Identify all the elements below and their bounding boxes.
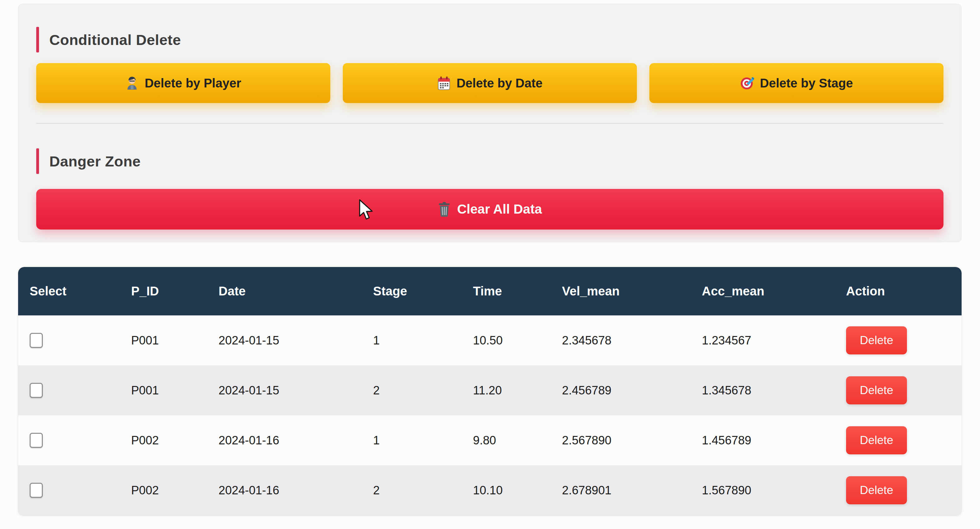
calendar-icon [437,76,451,90]
cell-time: 10.50 [461,334,550,347]
row-select-checkbox[interactable] [30,433,43,448]
col-header-action: Action [835,284,962,298]
row-select-checkbox[interactable] [30,383,43,398]
cell-p-id: P002 [119,484,207,497]
col-header-p-id: P_ID [119,284,207,298]
row-select-checkbox[interactable] [30,333,43,348]
delete-by-stage-button[interactable]: Delete by Stage [649,63,943,103]
cell-vel-mean: 2.456789 [550,384,690,397]
trash-icon [438,202,451,217]
clear-all-data-label: Clear All Data [457,202,542,217]
cell-stage: 1 [361,334,461,347]
col-header-stage: Stage [361,284,461,298]
delete-by-date-button[interactable]: Delete by Date [343,63,637,103]
col-header-select: Select [18,284,119,298]
records-table: Select P_ID Date Stage Time Vel_mean Acc… [18,267,962,515]
conditional-delete-header: Conditional Delete [36,4,943,53]
cell-vel-mean: 2.567890 [550,434,690,447]
table-header-row: Select P_ID Date Stage Time Vel_mean Acc… [18,267,962,315]
delete-options-panel: Conditional Delete Delete by Player [18,4,962,242]
delete-by-player-label: Delete by Player [145,76,241,90]
row-select-checkbox[interactable] [30,483,43,498]
col-header-time: Time [461,284,550,298]
section-accent-bar [36,27,39,53]
danger-zone-header: Danger Zone [36,126,943,174]
delete-by-player-button[interactable]: Delete by Player [36,63,330,103]
cell-vel-mean: 2.678901 [550,484,690,497]
row-delete-button[interactable]: Delete [846,376,907,405]
col-header-date: Date [207,284,361,298]
cell-time: 10.10 [461,484,550,497]
section-title-danger-zone: Danger Zone [49,153,141,170]
cell-p-id: P001 [119,384,207,397]
section-title-conditional-delete: Conditional Delete [49,31,181,48]
cell-date: 2024-01-15 [207,334,361,347]
player-icon [125,76,139,90]
table-row: P001 2024-01-15 2 11.20 2.456789 1.34567… [18,365,962,415]
cell-acc-mean: 1.567890 [690,484,835,497]
cell-acc-mean: 1.345678 [690,384,835,397]
cell-time: 9.80 [461,434,550,447]
row-delete-button[interactable]: Delete [846,426,907,454]
cell-p-id: P002 [119,434,207,447]
cell-vel-mean: 2.345678 [550,334,690,347]
table-row: P001 2024-01-15 1 10.50 2.345678 1.23456… [18,315,962,365]
delete-by-date-label: Delete by Date [457,76,542,90]
cell-stage: 1 [361,434,461,447]
row-delete-button[interactable]: Delete [846,326,907,354]
cell-date: 2024-01-15 [207,384,361,397]
table-row: P002 2024-01-16 2 10.10 2.678901 1.56789… [18,465,962,515]
cell-p-id: P001 [119,334,207,347]
section-accent-bar [36,148,39,174]
cell-date: 2024-01-16 [207,484,361,497]
cell-acc-mean: 1.456789 [690,434,835,447]
cell-date: 2024-01-16 [207,434,361,447]
delete-by-stage-label: Delete by Stage [760,76,853,90]
clear-all-data-button[interactable]: Clear All Data [36,189,943,229]
row-delete-button[interactable]: Delete [846,476,907,504]
dart-icon [740,76,754,90]
section-divider [36,123,943,124]
conditional-delete-button-row: Delete by Player Delete by Date [36,63,943,103]
cell-stage: 2 [361,484,461,497]
cell-time: 11.20 [461,384,550,397]
col-header-vel-mean: Vel_mean [550,284,690,298]
col-header-acc-mean: Acc_mean [690,284,835,298]
table-row: P002 2024-01-16 1 9.80 2.567890 1.456789… [18,415,962,465]
cell-stage: 2 [361,384,461,397]
cell-acc-mean: 1.234567 [690,334,835,347]
